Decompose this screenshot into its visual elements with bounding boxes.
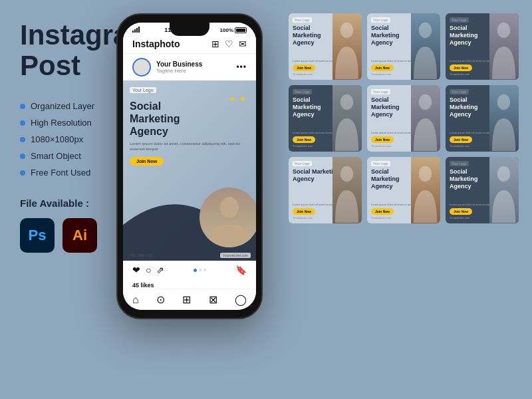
action-icons-left: ❤ ○ ⇗ — [132, 265, 164, 275]
template-logo-label: Your Logo — [293, 161, 312, 166]
phone-number-label: (785) 7890-4321 — [128, 253, 153, 257]
template-logo-label: Your Logo — [371, 17, 390, 23]
template-cta-button[interactable]: Join Now — [371, 136, 394, 143]
avatar — [132, 58, 151, 76]
template-card-8: Your Logo ✦ SocialMarketingAgency Lorem … — [367, 157, 440, 223]
bullet-icon — [20, 120, 25, 126]
template-photo — [489, 85, 519, 152]
template-card-5: Your Logo ✦ SocialMarketingAgency Lorem … — [367, 85, 440, 152]
templates-grid: Your Logo ✦ SocialMarketingAgency Lorem … — [289, 13, 519, 223]
template-cta-button[interactable]: Join Now — [450, 65, 472, 71]
home-nav-icon[interactable]: ⌂ — [132, 294, 139, 306]
heart-action-icon[interactable]: ❤ — [132, 265, 140, 275]
profile-nav-icon[interactable]: ◯ — [235, 293, 247, 306]
template-person-photo — [332, 13, 362, 80]
template-person-photo — [411, 157, 440, 223]
svg-point-8 — [419, 166, 432, 182]
carousel-indicators — [194, 269, 206, 272]
your-logo-label: Your Logo — [130, 87, 156, 93]
template-photo — [489, 157, 519, 223]
svg-point-4 — [340, 94, 354, 110]
template-cta-button[interactable]: Join Now — [450, 208, 472, 215]
template-card-4: Your Logo ✦ SocialMarketingAgency Lorem … — [289, 85, 362, 152]
template-cta-button[interactable]: Join Now — [293, 65, 315, 71]
template-logo-label: Your Logo — [371, 161, 390, 166]
svg-point-2 — [419, 23, 432, 38]
template-logo-label: Your Logo — [450, 17, 469, 23]
star-decorations: ✦ ✦ — [228, 94, 247, 104]
template-person-photo — [411, 13, 440, 80]
bullet-icon — [20, 170, 25, 176]
search-nav-icon[interactable]: ⊙ — [156, 293, 165, 306]
template-photo — [411, 85, 440, 152]
template-logo-label: Your Logo — [293, 89, 312, 94]
post-title: Social Marketing Agency — [130, 100, 249, 138]
template-card-1: Your Logo ✦ SocialMarketingAgency Lorem … — [289, 13, 362, 80]
bullet-icon — [20, 154, 25, 159]
insta-app-title: Instaphoto — [132, 39, 180, 49]
plus-square-icon[interactable]: ⊞ — [211, 39, 219, 49]
username-label: Your Business — [156, 61, 202, 68]
dot-inactive — [203, 269, 206, 271]
template-cta-button[interactable]: Join Now — [371, 65, 394, 71]
bookmark-icon[interactable]: 🔖 — [235, 265, 247, 275]
phone-screen: 11: 11 a.m. 100% Instaphoto ⊞ ♡ ✉ — [123, 23, 256, 310]
template-photo — [332, 85, 362, 152]
svg-point-5 — [419, 94, 432, 110]
svg-point-7 — [340, 166, 354, 182]
template-cta-button[interactable]: Join Now — [371, 208, 394, 215]
template-cta-button[interactable]: Join Now — [293, 208, 315, 215]
phone-body: 11: 11 a.m. 100% Instaphoto ⊞ ♡ ✉ — [116, 13, 263, 319]
message-icon[interactable]: ✉ — [239, 39, 247, 49]
template-cta-button[interactable]: Join Now — [293, 136, 315, 143]
template-photo — [332, 13, 362, 80]
share-icon[interactable]: ⇗ — [156, 265, 164, 275]
post-card: Your Logo ✦ ✦ Social Marketing Agency Lo… — [123, 80, 256, 261]
template-logo-label: Your Logo — [293, 17, 312, 23]
cta-button[interactable]: Join Now — [130, 157, 164, 166]
post-actions: ❤ ○ ⇗ 🔖 — [123, 261, 256, 279]
template-person-photo — [489, 85, 519, 152]
more-options-icon[interactable]: ••• — [236, 63, 247, 72]
post-user-info: Your Business Tagline Here — [132, 58, 202, 76]
template-card-9: Your Logo ✦ SocialMarketingAgency Lorem … — [446, 157, 519, 223]
svg-point-0 — [220, 197, 239, 218]
template-photo — [411, 157, 440, 223]
template-person-photo — [332, 157, 362, 223]
tagline-label: Tagline Here — [156, 68, 202, 74]
svg-point-9 — [497, 166, 511, 182]
battery-icon: 100% — [220, 27, 247, 33]
template-logo-label: Your Logo — [371, 89, 390, 94]
template-cta-button[interactable]: Join Now — [450, 136, 472, 143]
illustrator-icon: Ai — [63, 218, 97, 253]
post-photo-circle — [200, 188, 256, 247]
dot-active — [194, 269, 197, 272]
dot-inactive — [199, 269, 201, 271]
likes-count: 45 likes — [132, 282, 154, 289]
template-photo — [411, 13, 440, 80]
phone-notch — [170, 23, 209, 36]
template-photo — [332, 157, 362, 223]
post-header: Your Business Tagline Here ••• — [123, 54, 256, 80]
phone-mockup: 11: 11 a.m. 100% Instaphoto ⊞ ♡ ✉ — [116, 13, 263, 319]
template-person-photo — [411, 85, 440, 152]
comment-icon[interactable]: ○ — [146, 265, 151, 275]
svg-point-1 — [340, 23, 354, 38]
bullet-icon — [20, 137, 25, 142]
insta-action-icons: ⊞ ♡ ✉ — [211, 39, 247, 49]
shop-nav-icon[interactable]: ⊠ — [209, 293, 217, 306]
template-card-3: Your Logo ✦ SocialMarketingAgency Lorem … — [446, 13, 519, 80]
post-bottom-info: (785) 7890-4321 Yourwebsite.com — [128, 253, 251, 258]
heart-icon[interactable]: ♡ — [225, 39, 233, 49]
signal-icon — [132, 27, 140, 33]
website-label: Yourwebsite.com — [220, 253, 251, 258]
template-person-photo — [332, 85, 362, 152]
template-person-photo — [489, 157, 519, 223]
template-photo — [489, 13, 519, 80]
bottom-nav: ⌂ ⊙ ⊞ ⊠ ◯ — [123, 289, 256, 310]
template-card-7: Your Logo ✦ Social MarketingAgency Lorem… — [289, 157, 362, 223]
insta-header: Instaphoto ⊞ ♡ ✉ — [123, 35, 256, 54]
add-nav-icon[interactable]: ⊞ — [182, 293, 191, 306]
template-person-photo — [489, 13, 519, 80]
svg-point-6 — [497, 94, 511, 110]
